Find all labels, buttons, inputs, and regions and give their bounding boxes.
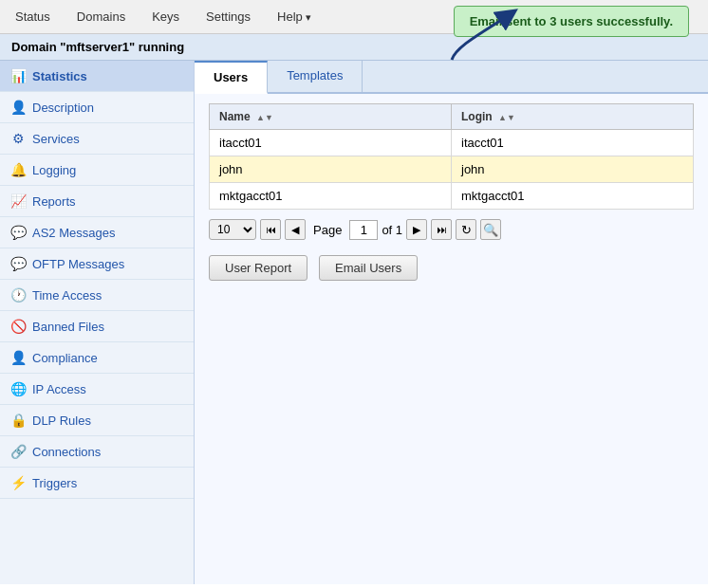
sidebar-item-label-logging: Logging xyxy=(32,163,76,177)
sidebar-item-label-time-access: Time Access xyxy=(32,288,102,303)
sidebar-item-banned-files[interactable]: 🚫 Banned Files xyxy=(0,311,194,342)
tab-users[interactable]: Users xyxy=(195,61,268,94)
first-page-button[interactable]: ⏮ xyxy=(260,219,281,240)
oftp-icon: 💬 xyxy=(9,256,27,271)
next-page-button[interactable]: ▶ xyxy=(406,219,427,240)
cell-name: mktgacct01 xyxy=(210,183,452,210)
sidebar-item-as2-messages[interactable]: 💬 AS2 Messages xyxy=(0,217,194,248)
col-name-label: Name xyxy=(219,110,251,123)
triggers-icon: ⚡ xyxy=(9,475,27,490)
services-icon: ⚙ xyxy=(9,131,27,146)
statistics-icon: 📊 xyxy=(9,68,27,83)
sidebar-item-label-description: Description xyxy=(32,101,94,115)
prev-page-button[interactable]: ◀ xyxy=(285,219,306,240)
email-users-button[interactable]: Email Users xyxy=(319,255,418,281)
sidebar-item-reports[interactable]: 📈 Reports xyxy=(0,186,194,217)
description-icon: 👤 xyxy=(9,100,27,115)
page-of-label: of 1 xyxy=(382,223,402,237)
tab-templates[interactable]: Templates xyxy=(268,61,363,92)
sidebar-item-dlp-rules[interactable]: 🔒 DLP Rules xyxy=(0,405,194,436)
main-layout: 📊 Statistics 👤 Description ⚙ Services 🔔 … xyxy=(0,61,708,584)
sidebar-item-label-reports: Reports xyxy=(32,194,76,209)
cell-login: john xyxy=(452,156,694,183)
sidebar-item-label-oftp: OFTP Messages xyxy=(32,257,124,271)
sidebar-item-description[interactable]: 👤 Description xyxy=(0,92,194,123)
nav-status[interactable]: Status xyxy=(11,8,54,26)
sidebar-item-label-compliance: Compliance xyxy=(32,351,98,365)
users-table-area: Name ▲▼ Login ▲▼ itacct01itacct01johnjoh… xyxy=(195,94,708,290)
sidebar: 📊 Statistics 👤 Description ⚙ Services 🔔 … xyxy=(0,61,195,584)
as2-icon: 💬 xyxy=(9,225,27,240)
ip-access-icon: 🌐 xyxy=(9,381,27,396)
col-login-label: Login xyxy=(461,110,493,123)
users-table: Name ▲▼ Login ▲▼ itacct01itacct01johnjoh… xyxy=(209,103,694,210)
bottom-buttons: User Report Email Users xyxy=(209,248,694,281)
dlp-rules-icon: 🔒 xyxy=(9,413,27,428)
reports-icon: 📈 xyxy=(9,193,27,209)
sidebar-item-label-triggers: Triggers xyxy=(32,476,77,490)
top-nav: Status Domains Keys Settings Help Email … xyxy=(0,0,708,34)
sidebar-item-connections[interactable]: 🔗 Connections xyxy=(0,436,194,468)
success-notification: Email sent to 3 users successfully. xyxy=(454,6,689,37)
cell-name: john xyxy=(210,156,452,183)
table-header-row: Name ▲▼ Login ▲▼ xyxy=(210,104,694,130)
search-button[interactable]: 🔍 xyxy=(480,219,501,240)
sidebar-item-time-access[interactable]: 🕐 Time Access xyxy=(0,280,194,311)
nav-domains[interactable]: Domains xyxy=(73,8,129,26)
sidebar-item-label-statistics: Statistics xyxy=(32,69,87,83)
sidebar-item-triggers[interactable]: ⚡ Triggers xyxy=(0,468,194,499)
sidebar-item-label-banned-files: Banned Files xyxy=(32,320,104,334)
nav-settings[interactable]: Settings xyxy=(202,8,254,26)
connections-icon: 🔗 xyxy=(9,444,27,459)
cell-login: itacct01 xyxy=(452,130,694,156)
sidebar-item-compliance[interactable]: 👤 Compliance xyxy=(0,342,194,374)
compliance-icon: 👤 xyxy=(9,350,27,365)
table-row[interactable]: johnjohn xyxy=(210,156,694,183)
refresh-button[interactable]: ↻ xyxy=(456,219,476,240)
login-sort-icon[interactable]: ▲▼ xyxy=(498,113,515,122)
sidebar-item-label-services: Services xyxy=(32,132,80,146)
domain-header: Domain "mftserver1" running xyxy=(0,34,708,61)
cell-name: itacct01 xyxy=(210,130,452,156)
tabs-bar: Users Templates xyxy=(195,61,708,94)
logging-icon: 🔔 xyxy=(9,162,27,177)
column-name[interactable]: Name ▲▼ xyxy=(210,104,452,130)
sidebar-item-oftp-messages[interactable]: 💬 OFTP Messages xyxy=(0,248,194,280)
cell-login: mktgacct01 xyxy=(452,183,694,210)
banned-files-icon: 🚫 xyxy=(9,319,27,334)
nav-help[interactable]: Help xyxy=(273,8,315,26)
sidebar-item-label-dlp-rules: DLP Rules xyxy=(32,413,91,428)
sidebar-item-statistics[interactable]: 📊 Statistics xyxy=(0,61,194,92)
table-row[interactable]: itacct01itacct01 xyxy=(210,130,694,156)
sidebar-item-label-connections: Connections xyxy=(32,445,101,459)
sidebar-item-services[interactable]: ⚙ Services xyxy=(0,123,194,155)
page-number-input[interactable] xyxy=(349,220,378,240)
sidebar-item-label-ip-access: IP Access xyxy=(32,382,86,396)
sidebar-item-label-as2: AS2 Messages xyxy=(32,226,115,240)
content-area: Users Templates Name ▲▼ Login ▲▼ xyxy=(195,61,708,584)
name-sort-icon[interactable]: ▲▼ xyxy=(256,113,273,122)
user-report-button[interactable]: User Report xyxy=(209,255,307,281)
table-row[interactable]: mktgacct01mktgacct01 xyxy=(210,183,694,210)
nav-keys[interactable]: Keys xyxy=(148,8,183,26)
time-access-icon: 🕐 xyxy=(9,287,27,303)
pagination: 10 25 50 ⏮ ◀ Page of 1 ▶ ⏭ ↻ 🔍 xyxy=(209,210,694,248)
sidebar-item-logging[interactable]: 🔔 Logging xyxy=(0,155,194,186)
last-page-button[interactable]: ⏭ xyxy=(431,219,452,240)
column-login[interactable]: Login ▲▼ xyxy=(452,104,694,130)
page-size-select[interactable]: 10 25 50 xyxy=(209,219,256,240)
sidebar-item-ip-access[interactable]: 🌐 IP Access xyxy=(0,374,194,405)
page-label: Page xyxy=(313,223,342,237)
